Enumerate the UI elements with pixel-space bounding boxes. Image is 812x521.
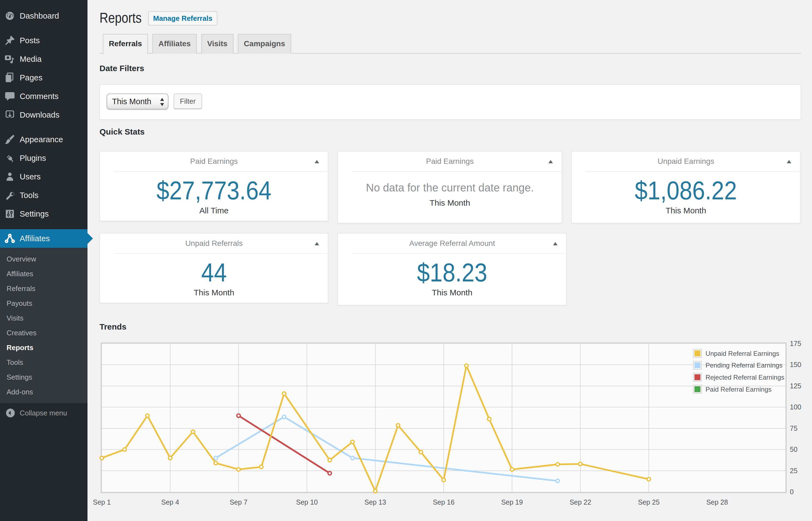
svg-text:Sep 7: Sep 7 — [230, 498, 248, 506]
svg-text:Sep 1: Sep 1 — [93, 498, 111, 506]
svg-text:Pending Referral Earnings: Pending Referral Earnings — [706, 362, 783, 369]
svg-text:Unpaid Referral Earnings: Unpaid Referral Earnings — [706, 350, 779, 357]
svg-text:150: 150 — [790, 361, 801, 368]
svg-text:Sep 22: Sep 22 — [570, 498, 591, 506]
svg-text:Sep 13: Sep 13 — [365, 498, 386, 506]
svg-text:50: 50 — [790, 446, 797, 453]
svg-text:Rejected Referral Earnings: Rejected Referral Earnings — [706, 373, 784, 381]
svg-text:Sep 28: Sep 28 — [706, 498, 728, 506]
svg-text:75: 75 — [790, 425, 797, 432]
svg-text:125: 125 — [790, 382, 801, 390]
svg-text:Sep 16: Sep 16 — [433, 498, 455, 506]
svg-text:Sep 10: Sep 10 — [296, 498, 318, 506]
svg-text:Paid Referral Earnings: Paid Referral Earnings — [706, 386, 771, 393]
svg-text:Sep 19: Sep 19 — [501, 498, 523, 506]
svg-text:25: 25 — [790, 467, 797, 475]
svg-text:0: 0 — [790, 488, 794, 496]
svg-text:Sep 4: Sep 4 — [161, 498, 179, 506]
svg-text:100: 100 — [790, 403, 801, 411]
svg-text:Sep 25: Sep 25 — [638, 498, 659, 506]
svg-text:175: 175 — [790, 340, 801, 347]
